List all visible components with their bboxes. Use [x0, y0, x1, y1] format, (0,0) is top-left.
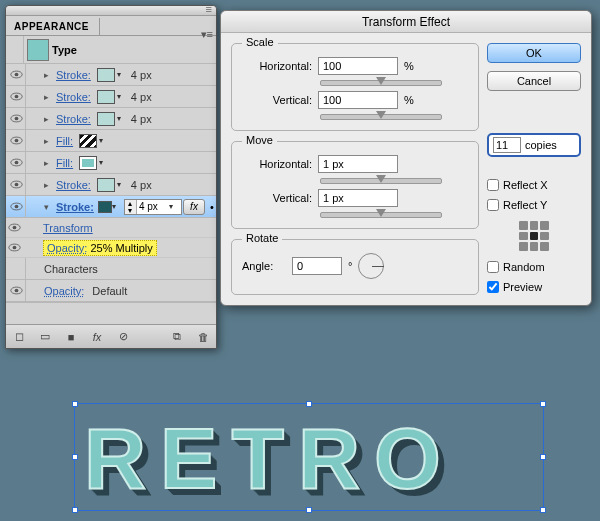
move-v-input[interactable]: [318, 189, 398, 207]
handle-icon[interactable]: [72, 401, 78, 407]
fill-label[interactable]: Fill:: [52, 157, 77, 169]
scale-h-slider[interactable]: [320, 80, 442, 86]
pattern-swatch[interactable]: [79, 134, 97, 148]
angle-label: Angle:: [242, 260, 286, 272]
stroke-weight-field[interactable]: ▴▾ ▾: [124, 199, 182, 215]
color-swatch[interactable]: [97, 178, 115, 192]
svg-point-3: [15, 95, 19, 99]
fill-icon[interactable]: ■: [62, 331, 80, 343]
stroke-value: 4 px: [131, 91, 152, 103]
preview-checkbox[interactable]: [487, 281, 499, 293]
reference-point-grid[interactable]: [519, 221, 549, 251]
copies-input[interactable]: [493, 137, 521, 153]
stroke-value: 4 px: [131, 179, 152, 191]
stroke-row-selected[interactable]: ▾ Stroke: ▾ ▴▾ ▾ fx •: [6, 196, 216, 218]
transform-link[interactable]: Transform: [43, 222, 93, 234]
stroke-label[interactable]: Stroke:: [52, 69, 95, 81]
dialog-title: Transform Effect: [221, 11, 591, 33]
move-group: Move Horizontal: Vertical:: [231, 141, 479, 229]
color-swatch[interactable]: [97, 90, 115, 104]
reflect-y-label: Reflect Y: [503, 199, 547, 211]
handle-icon[interactable]: [540, 507, 546, 513]
characters-row[interactable]: Characters: [6, 258, 216, 280]
handle-icon[interactable]: [306, 401, 312, 407]
fill-label[interactable]: Fill:: [52, 135, 77, 147]
color-swatch[interactable]: [79, 156, 97, 170]
duplicate-icon[interactable]: ⧉: [168, 330, 186, 343]
stroke-value: 4 px: [131, 69, 152, 81]
scale-v-input[interactable]: [318, 91, 398, 109]
panel-footer: ◻ ▭ ■ fx ⊘ ⧉ 🗑: [6, 324, 216, 348]
visibility-icon[interactable]: [8, 86, 26, 108]
svg-point-17: [13, 246, 17, 250]
stroke-weight-input[interactable]: [137, 201, 167, 212]
stroke-row[interactable]: ▸ Stroke: ▾ 4 px: [6, 86, 216, 108]
reflect-x-label: Reflect X: [503, 179, 548, 191]
panel-titlebar[interactable]: [6, 6, 216, 16]
move-v-slider[interactable]: [320, 212, 442, 218]
opacity-default-row[interactable]: Opacity: Default: [6, 280, 216, 302]
stroke-label[interactable]: Stroke:: [52, 113, 95, 125]
type-row[interactable]: Type: [6, 36, 216, 64]
canvas-selection[interactable]: RETRO RETRO: [74, 403, 544, 511]
random-checkbox[interactable]: [487, 261, 499, 273]
visibility-icon[interactable]: [8, 108, 26, 130]
transform-effect-item[interactable]: Transform: [6, 218, 216, 238]
fx-badge-icon[interactable]: fx: [183, 199, 205, 215]
handle-icon[interactable]: [72, 507, 78, 513]
stroke-icon[interactable]: ▭: [36, 330, 54, 343]
rotate-group: Rotate Angle: °: [231, 239, 479, 295]
opacity-item[interactable]: Opacity: 25% Multiply: [6, 238, 216, 258]
color-swatch[interactable]: [97, 112, 115, 126]
stroke-swatch-combo[interactable]: ▾: [98, 201, 122, 213]
opacity-label[interactable]: Opacity:: [40, 285, 88, 297]
scale-h-input[interactable]: [318, 57, 398, 75]
visibility-icon[interactable]: [8, 130, 26, 152]
clear-icon[interactable]: ⊘: [114, 330, 132, 343]
cancel-button[interactable]: Cancel: [487, 71, 581, 91]
visibility-icon[interactable]: [8, 280, 26, 302]
move-h-input[interactable]: [318, 155, 398, 173]
fill-row[interactable]: ▸ Fill: ▾: [6, 152, 216, 174]
reflect-x-checkbox[interactable]: [487, 179, 499, 191]
appearance-tab[interactable]: APPEARANCE: [6, 18, 100, 35]
rotate-group-title: Rotate: [242, 232, 282, 244]
visibility-icon[interactable]: [8, 64, 26, 86]
stroke-label[interactable]: Stroke:: [52, 179, 95, 191]
handle-icon[interactable]: [540, 401, 546, 407]
angle-input[interactable]: [292, 257, 342, 275]
handle-icon[interactable]: [306, 507, 312, 513]
reflect-y-checkbox[interactable]: [487, 199, 499, 211]
scale-group-title: Scale: [242, 36, 278, 48]
stroke-row[interactable]: ▸ Stroke: ▾ 4 px: [6, 108, 216, 130]
copies-field[interactable]: copies: [487, 133, 581, 157]
random-label: Random: [503, 261, 545, 273]
fx-menu-icon[interactable]: fx: [88, 331, 106, 343]
stroke-label[interactable]: Stroke:: [52, 201, 98, 213]
type-thumbnail: [27, 39, 49, 61]
handle-icon[interactable]: [540, 454, 546, 460]
fill-row[interactable]: ▸ Fill: ▾: [6, 130, 216, 152]
type-label: Type: [52, 44, 77, 56]
stroke-row[interactable]: ▸ Stroke: ▾ 4 px: [6, 174, 216, 196]
visibility-icon[interactable]: [8, 174, 26, 196]
panel-menu-icon[interactable]: ▾≡: [201, 28, 213, 41]
ok-button[interactable]: OK: [487, 43, 581, 63]
angle-dial[interactable]: [358, 253, 384, 279]
visibility-icon[interactable]: [8, 196, 26, 218]
visibility-icon[interactable]: [8, 152, 26, 174]
trash-icon[interactable]: 🗑: [194, 331, 212, 343]
svg-point-5: [15, 117, 19, 121]
stroke-label[interactable]: Stroke:: [52, 91, 95, 103]
stroke-row[interactable]: ▸ Stroke: ▾ 4 px: [6, 64, 216, 86]
scale-v-slider[interactable]: [320, 114, 442, 120]
handle-icon[interactable]: [72, 454, 78, 460]
color-swatch[interactable]: [97, 68, 115, 82]
scale-group: Scale Horizontal: % Vertical: %: [231, 43, 479, 131]
opacity-highlight: Opacity: 25% Multiply: [43, 240, 157, 256]
stroke-value: 4 px: [131, 113, 152, 125]
move-h-slider[interactable]: [320, 178, 442, 184]
no-style-icon[interactable]: ◻: [10, 330, 28, 343]
twisty-open-icon[interactable]: ▾: [40, 202, 52, 212]
twisty-icon[interactable]: ▸: [40, 70, 52, 80]
